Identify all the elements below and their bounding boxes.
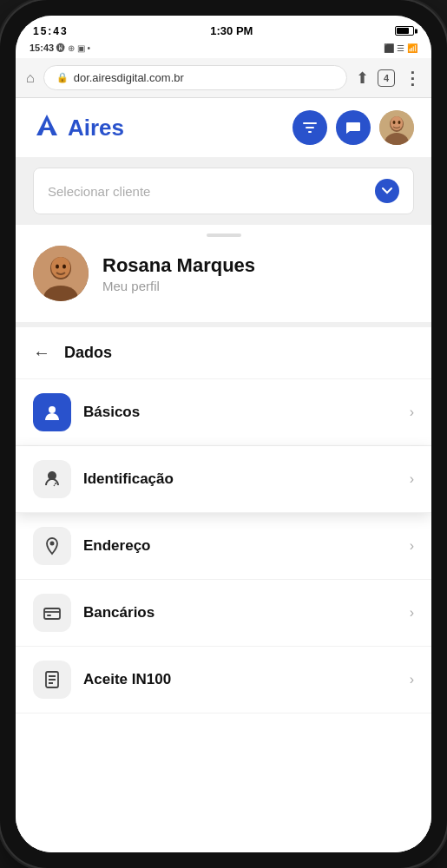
svg-rect-19: [47, 615, 51, 616]
menu-item-identificacao[interactable]: Identificação ›: [16, 446, 431, 513]
menu-panel: ← Dados Básicos › Identificação ›: [16, 327, 431, 852]
phone-frame: 15:43 1:30 PM 15:43 🅦 ⊕ ▣ • ⬛ ☰ 📶 ⌂ 🔒: [0, 0, 447, 868]
browser-menu-icon[interactable]: ⋮: [404, 68, 421, 89]
chevron-right-icon-basicos: ›: [410, 404, 414, 420]
status-right-icons: [395, 26, 414, 36]
menu-item-label-endereco: Endereço: [83, 537, 150, 555]
profile-avatar: [33, 246, 89, 301]
menu-icon-identificacao: [33, 460, 71, 498]
lock-icon: 🔒: [56, 72, 69, 83]
svg-rect-0: [303, 122, 317, 124]
battery-fill: [397, 28, 409, 34]
svg-point-7: [393, 121, 396, 124]
profile-subtitle: Meu perfil: [102, 279, 255, 293]
menu-item-left-bancarios: Bancários: [33, 594, 154, 632]
menu-header: ← Dados: [16, 327, 431, 379]
svg-rect-1: [306, 127, 314, 128]
menu-item-left-basicos: Básicos: [33, 393, 140, 431]
browser-actions: ⬆ 4 ⋮: [356, 68, 421, 89]
browser-url-bar[interactable]: 🔒 dor.airesdigital.com.br: [43, 65, 347, 90]
menu-item-endereco[interactable]: Endereço ›: [16, 513, 431, 580]
menu-item-left-endereco: Endereço: [33, 527, 150, 565]
chat-button[interactable]: [336, 110, 371, 145]
logo-text: Aires: [68, 115, 124, 141]
notif-bar: 15:43 🅦 ⊕ ▣ • ⬛ ☰ 📶: [16, 41, 431, 58]
menu-title: Dados: [64, 344, 112, 362]
dropdown-chevron-icon: [375, 179, 399, 203]
menu-icon-endereco: [33, 527, 71, 565]
header-actions: [293, 110, 414, 145]
browser-url: dor.airesdigital.com.br: [74, 71, 184, 84]
notif-left: 15:43 🅦 ⊕ ▣ •: [30, 43, 90, 53]
notif-time: 15:43: [30, 43, 54, 53]
client-dropdown[interactable]: Selecionar cliente: [33, 168, 414, 214]
menu-item-left-aceite: Aceite IN100: [33, 661, 171, 699]
browser-bar: ⌂ 🔒 dor.airesdigital.com.br ⬆ 4 ⋮: [16, 58, 431, 98]
svg-point-13: [62, 265, 66, 269]
status-bar: 15:43 1:30 PM: [16, 16, 431, 41]
client-placeholder: Selecionar cliente: [48, 184, 150, 199]
app-header: Aires: [16, 98, 431, 157]
svg-point-17: [50, 542, 55, 546]
menu-icon-bancarios: [33, 594, 71, 632]
svg-point-12: [56, 265, 59, 269]
menu-item-basicos[interactable]: Básicos ›: [16, 379, 431, 446]
logo-area: Aires: [33, 111, 124, 145]
chevron-right-icon-endereco: ›: [410, 538, 414, 554]
menu-item-label-identificacao: Identificação: [83, 470, 174, 488]
profile-card: Rosana Marques Meu perfil: [16, 225, 431, 322]
svg-rect-18: [44, 608, 60, 619]
menu-icon-basicos: [33, 393, 71, 431]
share-icon[interactable]: ⬆: [356, 69, 369, 88]
client-selector: Selecionar cliente: [16, 157, 431, 225]
battery-icon: [395, 26, 414, 36]
menu-item-left-identificacao: Identificação: [33, 460, 174, 498]
svg-point-16: [55, 483, 56, 484]
tab-count[interactable]: 4: [378, 69, 395, 87]
app-content: Aires: [16, 98, 431, 852]
menu-item-label-bancarios: Bancários: [83, 604, 154, 621]
menu-icon-aceite: [33, 661, 71, 699]
status-time-center: 1:30 PM: [210, 24, 253, 37]
browser-home-icon[interactable]: ⌂: [26, 70, 35, 86]
menu-item-label-basicos: Básicos: [83, 404, 140, 421]
profile-text: Rosana Marques Meu perfil: [102, 254, 255, 293]
menu-item-label-aceite: Aceite IN100: [83, 671, 171, 688]
chevron-right-icon-bancarios: ›: [410, 605, 414, 621]
svg-rect-2: [308, 131, 312, 133]
status-time-left: 15:43: [33, 25, 69, 37]
svg-point-15: [49, 406, 56, 413]
back-button[interactable]: ←: [33, 343, 50, 363]
signal-icons: ⬛ ☰ 📶: [384, 43, 417, 53]
aires-logo-icon: [33, 111, 61, 145]
notif-icons: 🅦 ⊕ ▣ •: [56, 43, 90, 53]
profile-name: Rosana Marques: [102, 254, 255, 277]
menu-items-list: Básicos › Identificação › Endereço ›: [16, 379, 431, 713]
notif-right: ⬛ ☰ 📶: [384, 43, 417, 53]
filter-button[interactable]: [293, 110, 327, 145]
user-avatar[interactable]: [379, 110, 414, 145]
menu-item-aceite[interactable]: Aceite IN100 ›: [16, 647, 431, 713]
svg-point-8: [398, 121, 401, 124]
menu-item-bancarios[interactable]: Bancários ›: [16, 580, 431, 647]
chevron-right-icon-aceite: ›: [410, 672, 414, 687]
chevron-right-icon-identificacao: ›: [410, 471, 414, 487]
phone-screen: 15:43 1:30 PM 15:43 🅦 ⊕ ▣ • ⬛ ☰ 📶 ⌂ 🔒: [16, 16, 431, 852]
profile-info: Rosana Marques Meu perfil: [33, 246, 414, 301]
